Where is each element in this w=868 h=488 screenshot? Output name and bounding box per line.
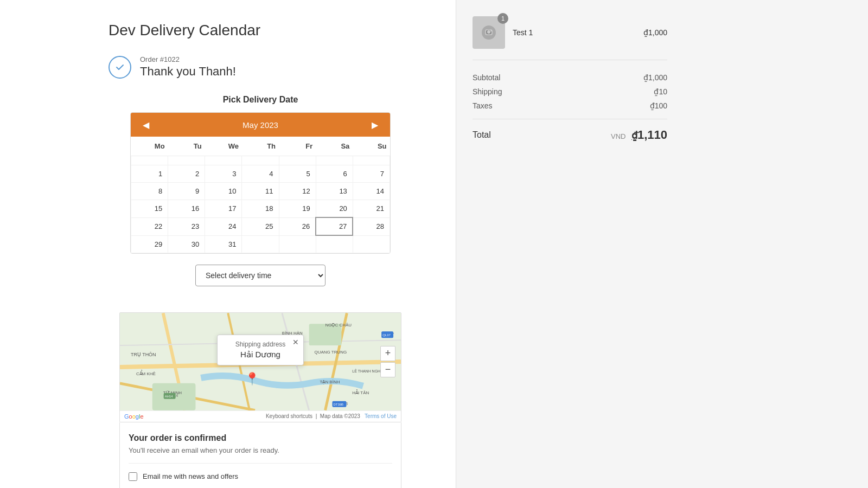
calendar-day[interactable]: 1 (131, 165, 168, 183)
day-header-we: We (205, 137, 242, 156)
calendar-day[interactable]: 22 (131, 217, 168, 235)
map-zoom-in[interactable]: + (380, 346, 395, 361)
map-footer: Google Keyboard shortcuts | Map data ©20… (120, 410, 401, 422)
svg-point-31 (487, 30, 490, 34)
order-confirmed-title: Your order is confirmed (129, 433, 392, 443)
total-row: Total VND ₫1,110 (473, 119, 667, 142)
calendar-day[interactable]: 2 (168, 165, 205, 183)
main-content: Dev Delivery Calendar Order #1022 Thank … (0, 0, 456, 488)
subtotal-value: ₫1,000 (643, 73, 667, 82)
calendar-day[interactable]: 30 (168, 235, 205, 253)
delivery-time-select[interactable]: Select delivery timeMorning (8am-12pm)Af… (195, 265, 326, 286)
calendar-day[interactable]: 14 (353, 183, 390, 200)
calendar-day[interactable]: 13 (316, 183, 353, 200)
taxes-row: Taxes ₫100 (473, 101, 667, 110)
day-header-su: Su (353, 137, 390, 156)
calendar-title: Pick Delivery Date (108, 95, 412, 105)
calendar-day[interactable]: 5 (279, 165, 316, 183)
calendar-day (279, 156, 316, 165)
total-label: Total (473, 130, 491, 140)
calendar-day (316, 156, 353, 165)
svg-text:LÊ THANH NGHỊ: LÊ THANH NGHỊ (352, 368, 381, 373)
calendar-day[interactable]: 29 (131, 235, 168, 253)
svg-text:QUANG TRUNG: QUANG TRUNG (315, 350, 347, 355)
google-logo: Google (124, 413, 144, 420)
calendar-day[interactable]: 25 (242, 217, 279, 235)
map-popup-close[interactable]: ✕ (292, 338, 299, 346)
calendar-day (316, 235, 353, 253)
calendar-day[interactable]: 10 (205, 183, 242, 200)
taxes-value: ₫100 (650, 101, 667, 110)
day-header-th: Th (242, 137, 279, 156)
cart-item-badge: 1 (497, 13, 508, 24)
next-month-button[interactable]: ▶ (368, 118, 381, 131)
calendar-day[interactable]: 21 (353, 200, 390, 218)
calendar-day (242, 156, 279, 165)
svg-text:HẢI TÂN: HẢI TÂN (352, 389, 369, 395)
map-container: TRỤ THÔN BÌNH HÀN NGỌC CHÂU QUANG TRUNG … (119, 312, 401, 422)
email-checkbox[interactable] (129, 472, 137, 481)
calendar-day[interactable]: 26 (279, 217, 316, 235)
calendar-day (168, 156, 205, 165)
shipping-value: ₫10 (654, 87, 667, 96)
calendar-day (353, 156, 390, 165)
calendar-day (131, 156, 168, 165)
svg-text:NGỌC CHÂU: NGỌC CHÂU (326, 323, 352, 328)
day-header-tu: Tu (168, 137, 205, 156)
email-checkbox-label: Email me with news and offers (143, 472, 238, 480)
map-area: TRỤ THÔN BÌNH HÀN NGỌC CHÂU QUANG TRUNG … (120, 313, 401, 410)
map-zoom-out[interactable]: − (380, 362, 395, 377)
calendar-day[interactable]: 3 (205, 165, 242, 183)
calendar-day[interactable]: 6 (316, 165, 353, 183)
calendar-day[interactable]: 12 (279, 183, 316, 200)
order-header: Order #1022 Thank you Thanh! (108, 55, 412, 79)
calendar-day[interactable]: 11 (242, 183, 279, 200)
calendar-day (205, 156, 242, 165)
map-popup-label: Shipping address (226, 341, 295, 348)
total-value: ₫1,110 (631, 128, 667, 142)
cart-item: 1 Test 1 ₫1,000 (473, 16, 667, 60)
calendar-day (242, 235, 279, 253)
email-checkbox-row: Email me with news and offers (129, 463, 392, 481)
calendar-day[interactable]: 16 (168, 200, 205, 218)
shipping-label: Shipping (473, 87, 502, 96)
day-header-fr: Fr (279, 137, 316, 156)
thank-you-message: Thank you Thanh! (140, 65, 236, 79)
svg-rect-32 (490, 30, 492, 31)
map-popup: ✕ Shipping address Hải Dương (217, 335, 304, 365)
calendar-day[interactable]: 18 (242, 200, 279, 218)
map-attribution: Keyboard shortcuts | Map data ©2023 Term… (266, 413, 397, 419)
subtotal-label: Subtotal (473, 73, 500, 82)
svg-text:DT39B: DT39B (333, 402, 343, 406)
map-popup-city: Hải Dương (226, 350, 295, 359)
calendar-month: May 2023 (242, 120, 278, 130)
calendar-day (353, 235, 390, 253)
cart-item-name: Test 1 (513, 28, 636, 37)
day-header-sa: Sa (316, 137, 353, 156)
calendar-day[interactable]: 20 (316, 200, 353, 218)
order-info: Order #1022 Thank you Thanh! (140, 55, 236, 79)
calendar-day[interactable]: 7 (353, 165, 390, 183)
page-title: Dev Delivery Calendar (108, 22, 412, 39)
shipping-row: Shipping ₫10 (473, 87, 667, 96)
order-sidebar: 1 Test 1 ₫1,000 Subtotal ₫1,000 Shipping… (456, 0, 684, 488)
calendar-day[interactable]: 15 (131, 200, 168, 218)
calendar-day[interactable]: 17 (205, 200, 242, 218)
calendar-day[interactable]: 24 (205, 217, 242, 235)
calendar-day[interactable]: 9 (168, 183, 205, 200)
calendar-day[interactable]: 19 (279, 200, 316, 218)
day-header-mo: Mo (131, 137, 168, 156)
calendar-day[interactable]: 28 (353, 217, 390, 235)
calendar-day[interactable]: 23 (168, 217, 205, 235)
taxes-label: Taxes (473, 101, 493, 110)
order-number: Order #1022 (140, 55, 236, 63)
calendar-day[interactable]: 27 (316, 217, 353, 235)
calendar-day[interactable]: 31 (205, 235, 242, 253)
order-confirmed-section: Your order is confirmed You'll receive a… (119, 422, 401, 489)
total-amount: VND ₫1,110 (611, 128, 667, 142)
calendar-day[interactable]: 8 (131, 183, 168, 200)
calendar-day[interactable]: 4 (242, 165, 279, 183)
svg-text:QL37: QL37 (382, 333, 391, 337)
prev-month-button[interactable]: ◀ (139, 118, 152, 131)
svg-text:AH14: AH14 (165, 394, 174, 397)
